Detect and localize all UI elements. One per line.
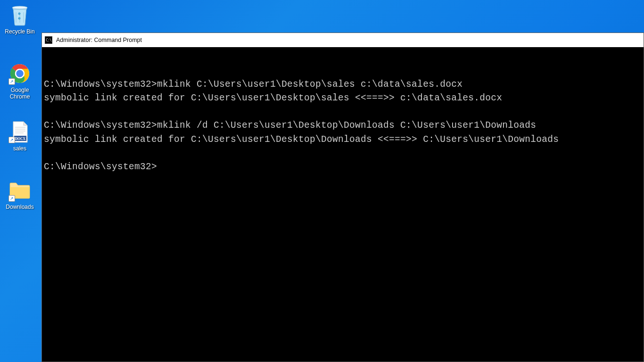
desktop-icon-downloads[interactable]: ↗ Downloads — [2, 178, 38, 211]
desktop-icon-label: Recycle Bin — [5, 28, 34, 35]
desktop-icon-label: Downloads — [6, 204, 33, 210]
terminal-line: symbolic link created for C:\Users\user1… — [44, 134, 559, 145]
desktop-icon-recycle-bin[interactable]: Recycle Bin — [2, 3, 38, 36]
docx-file-icon: DOCX ↗ — [8, 121, 31, 143]
command-prompt-window[interactable]: C:\ Administrator: Command Prompt C:\Win… — [41, 33, 644, 362]
chrome-icon: ↗ — [8, 62, 31, 85]
folder-icon: ↗ — [8, 179, 31, 202]
shortcut-overlay-icon: ↗ — [8, 78, 15, 85]
terminal-line: C:\Windows\system32>mklink /d C:\Users\u… — [44, 120, 536, 131]
svg-text:DOCX: DOCX — [15, 137, 26, 141]
cmd-app-icon: C:\ — [45, 36, 52, 44]
terminal-output[interactable]: C:\Windows\system32>mklink C:\Users\user… — [42, 47, 644, 362]
svg-point-0 — [12, 6, 27, 9]
desktop-icon-chrome[interactable]: ↗ Google Chrome — [2, 61, 38, 101]
terminal-line: C:\Windows\system32>mklink C:\Users\user… — [44, 79, 462, 90]
shortcut-overlay-icon: ↗ — [8, 195, 15, 202]
desktop-icon-sales[interactable]: DOCX ↗ sales — [2, 120, 38, 153]
desktop-icon-label: sales — [13, 145, 26, 152]
terminal-line: symbolic link created for C:\Users\user1… — [44, 93, 502, 103]
terminal-line: C:\Windows\system32> — [44, 162, 157, 172]
shortcut-overlay-icon: ↗ — [8, 137, 15, 143]
window-title: Administrator: Command Prompt — [56, 37, 142, 43]
recycle-bin-icon — [8, 4, 31, 26]
desktop-icon-label: Google Chrome — [10, 87, 30, 100]
window-titlebar[interactable]: C:\ Administrator: Command Prompt — [42, 33, 644, 47]
